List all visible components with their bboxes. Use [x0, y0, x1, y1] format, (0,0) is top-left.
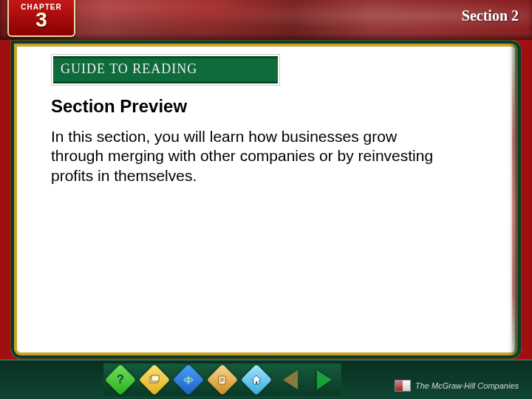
- globe-icon: [173, 364, 204, 395]
- content-area: GUIDE TO READING Section Preview In this…: [51, 54, 472, 185]
- slides-button[interactable]: [137, 364, 171, 396]
- next-button[interactable]: [307, 364, 341, 396]
- footer-nav-group: ?: [103, 364, 341, 396]
- footer-bar: ?: [0, 359, 532, 399]
- section-body-text: In this section, you will learn how busi…: [51, 127, 450, 185]
- prev-button[interactable]: [273, 364, 307, 396]
- help-icon: ?: [105, 364, 136, 395]
- slides-icon: [139, 364, 170, 395]
- page-frame: GUIDE TO READING Section Preview In this…: [10, 40, 522, 359]
- chapter-number: 3: [9, 10, 74, 30]
- scroll-icon: [207, 364, 238, 395]
- home-icon: [241, 364, 272, 395]
- header-band: CHAPTER 3 Section 2: [0, 0, 532, 40]
- help-button[interactable]: ?: [103, 364, 137, 396]
- guide-to-reading-text: GUIDE TO READING: [53, 56, 278, 83]
- scroll-button[interactable]: [205, 364, 239, 396]
- guide-to-reading-bar: GUIDE TO READING: [51, 54, 280, 86]
- svg-rect-1: [151, 375, 159, 381]
- publisher-text: The McGraw·Hill Companies: [415, 381, 519, 390]
- publisher-logo-icon: [395, 380, 411, 392]
- section-title: Section Preview: [51, 96, 472, 117]
- next-arrow-icon: [317, 370, 332, 389]
- publisher-credit: The McGraw·Hill Companies: [395, 380, 519, 392]
- prev-arrow-icon: [283, 370, 298, 389]
- chapter-ribbon: CHAPTER 3: [7, 0, 75, 37]
- section-label: Section 2: [462, 7, 519, 24]
- globe-button[interactable]: [171, 364, 205, 396]
- home-button[interactable]: [239, 364, 273, 396]
- svg-rect-10: [256, 381, 257, 384]
